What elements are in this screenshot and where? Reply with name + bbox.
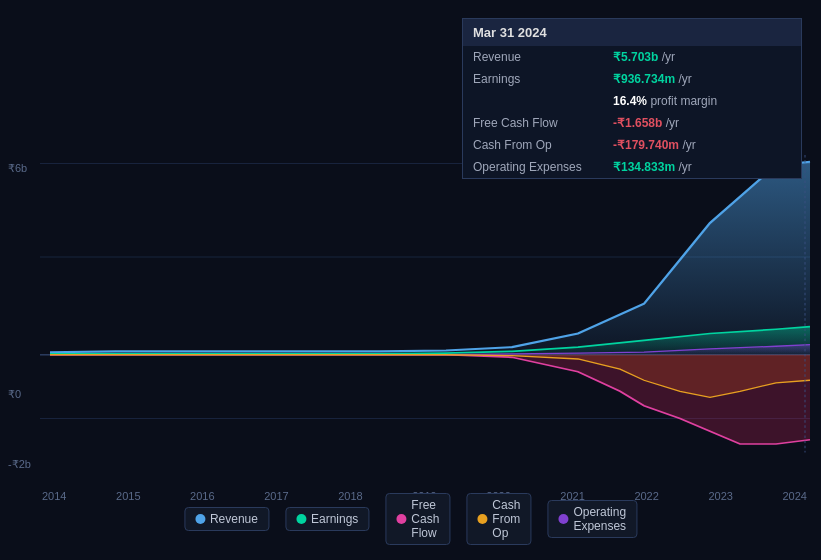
revenue-legend-label: Revenue — [210, 512, 258, 526]
fcf-dot — [396, 514, 406, 524]
tooltip-title: Mar 31 2024 — [463, 19, 801, 46]
revenue-dot — [195, 514, 205, 524]
tooltip-row-margin: 16.4% profit margin — [463, 90, 801, 112]
x-label-2023: 2023 — [708, 490, 732, 502]
earnings-value: ₹936.734m /yr — [603, 68, 801, 90]
cashfromop-legend-label: Cash From Op — [492, 498, 520, 540]
earnings-legend-label: Earnings — [311, 512, 358, 526]
margin-label — [463, 90, 603, 112]
tooltip-card: Mar 31 2024 Revenue ₹5.703b /yr Earnings… — [462, 18, 802, 179]
legend-item-revenue[interactable]: Revenue — [184, 507, 269, 531]
tooltip-row-opex: Operating Expenses ₹134.833m /yr — [463, 156, 801, 178]
x-label-2022: 2022 — [634, 490, 658, 502]
tooltip-row-earnings: Earnings ₹936.734m /yr — [463, 68, 801, 90]
opex-value: ₹134.833m /yr — [603, 156, 801, 178]
legend-item-opex[interactable]: Operating Expenses — [547, 500, 637, 538]
cashfromop-label: Cash From Op — [463, 134, 603, 156]
earnings-label: Earnings — [463, 68, 603, 90]
tooltip-row-cashfromop: Cash From Op -₹179.740m /yr — [463, 134, 801, 156]
fcf-label: Free Cash Flow — [463, 112, 603, 134]
revenue-label: Revenue — [463, 46, 603, 68]
x-label-2014: 2014 — [42, 490, 66, 502]
chart-svg — [0, 155, 821, 495]
chart-legend: Revenue Earnings Free Cash Flow Cash Fro… — [184, 493, 637, 545]
legend-item-cashfromop[interactable]: Cash From Op — [466, 493, 531, 545]
legend-item-fcf[interactable]: Free Cash Flow — [385, 493, 450, 545]
revenue-value: ₹5.703b /yr — [603, 46, 801, 68]
cashfromop-value: -₹179.740m /yr — [603, 134, 801, 156]
opex-label: Operating Expenses — [463, 156, 603, 178]
fcf-value: -₹1.658b /yr — [603, 112, 801, 134]
earnings-dot — [296, 514, 306, 524]
legend-item-earnings[interactable]: Earnings — [285, 507, 369, 531]
x-label-2024: 2024 — [782, 490, 806, 502]
cashfromop-dot — [477, 514, 487, 524]
fcf-legend-label: Free Cash Flow — [411, 498, 439, 540]
opex-legend-label: Operating Expenses — [573, 505, 626, 533]
opex-dot — [558, 514, 568, 524]
tooltip-table: Revenue ₹5.703b /yr Earnings ₹936.734m /… — [463, 46, 801, 178]
tooltip-row-fcf: Free Cash Flow -₹1.658b /yr — [463, 112, 801, 134]
tooltip-row-revenue: Revenue ₹5.703b /yr — [463, 46, 801, 68]
x-label-2015: 2015 — [116, 490, 140, 502]
margin-value: 16.4% profit margin — [603, 90, 801, 112]
